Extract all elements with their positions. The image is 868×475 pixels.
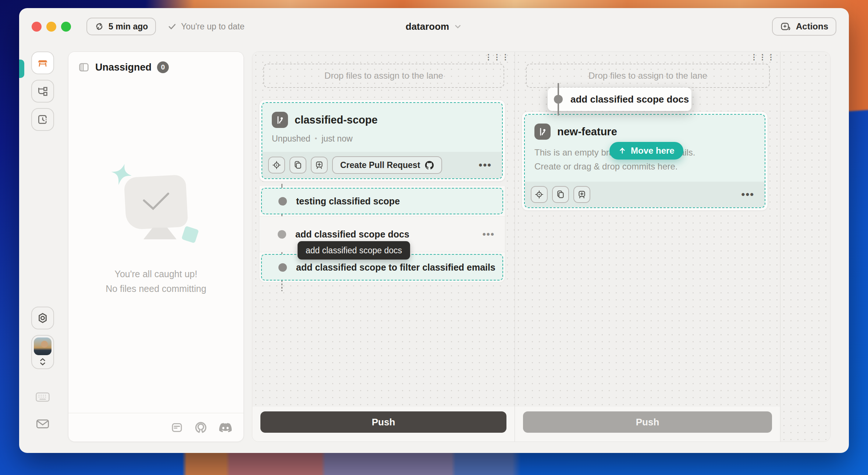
branch-menu-button[interactable]: ••• (479, 159, 496, 171)
split-view-icon (78, 61, 90, 73)
branch-action-bar: Create Pull Request ••• (262, 152, 502, 178)
drag-commit-dot (554, 95, 563, 104)
branch-menu-button[interactable]: ••• (741, 189, 759, 200)
copy-branch-button[interactable] (552, 186, 569, 203)
discord-icon[interactable] (218, 422, 232, 433)
unassigned-header: Unassigned 0 (68, 52, 243, 73)
branch-status: Unpushed (272, 134, 310, 144)
move-here-button[interactable]: Move here (609, 142, 683, 160)
user-pill (31, 335, 54, 369)
project-selector[interactable]: dataroom (406, 21, 462, 32)
lane-new-feature: ⋮⋮⋮ Drop files to assign to the lane add… (515, 52, 780, 442)
close-window-button[interactable] (32, 22, 42, 32)
create-pull-request-button[interactable]: Create Pull Request (332, 156, 442, 174)
keyboard-shortcuts-icon[interactable] (35, 392, 50, 403)
commit-line-dotted (281, 280, 282, 291)
gear-icon (37, 312, 49, 324)
up-to-date-status: You're up to date (168, 22, 244, 32)
lane1-drop-zone[interactable]: Drop files to assign to the lane (263, 64, 504, 88)
sync-time-label: 5 min ago (108, 22, 148, 32)
lane1-footer: Push (252, 407, 515, 442)
settings-button[interactable] (31, 307, 54, 329)
active-tab-indicator (19, 60, 24, 78)
open-source-icon[interactable] (194, 421, 207, 434)
copy-branch-button[interactable] (289, 157, 306, 174)
diamond-shape (181, 226, 199, 243)
lane-classified-scope: ⋮⋮⋮ Drop files to assign to the lane (252, 52, 515, 442)
app-window: 5 min ago You're up to date dataroom Act… (19, 8, 849, 453)
lane2-body: ⋮⋮⋮ Drop files to assign to the lane add… (515, 52, 780, 407)
sidebar-item-workspace[interactable] (31, 51, 54, 74)
sidebar-item-branches[interactable] (31, 80, 54, 103)
monitor-shape (124, 175, 188, 230)
branches-graph-icon (37, 85, 49, 97)
sync-icon (95, 22, 104, 31)
avatar[interactable] (34, 338, 51, 355)
project-name: dataroom (406, 21, 449, 32)
sync-button[interactable]: 5 min ago (86, 18, 156, 35)
changelog-icon[interactable] (171, 421, 183, 434)
push-button[interactable]: Push (260, 411, 506, 433)
history-clock-icon (37, 114, 49, 125)
lane-drag-handle[interactable]: ⋮⋮⋮ (750, 55, 776, 59)
commit-row[interactable]: testing classified scope (261, 188, 503, 214)
commit-menu-button[interactable]: ••• (483, 229, 495, 240)
empty-line2: No files need committing (106, 281, 206, 296)
add-dependent-branch-button[interactable] (573, 186, 590, 203)
unassigned-panel: Unassigned 0 You're all caught up! No fi… (68, 51, 244, 442)
minimize-window-button[interactable] (46, 22, 56, 32)
branch-card-new-feature[interactable]: new-feature This is an empty branch. Cli… (522, 111, 768, 211)
actions-button[interactable]: Actions (772, 17, 836, 36)
sidebar-item-history[interactable] (31, 108, 54, 131)
empty-state: You're all caught up! No files need comm… (68, 162, 243, 296)
focus-branch-button[interactable] (268, 157, 285, 174)
commit-list: testing classified scope add classified … (259, 186, 505, 283)
gitbutler-workbench-icon (36, 57, 49, 69)
drag-tooltip: add classified scope docs (298, 241, 410, 260)
github-icon (425, 161, 434, 170)
monitor-stand (143, 228, 177, 239)
workspace-empty-column (780, 52, 830, 442)
panel-footer (68, 413, 243, 442)
arrow-up-icon (618, 147, 626, 155)
dragged-commit-card[interactable]: add classified scope docs (548, 88, 691, 111)
branch-meta: Unpushed • just now (272, 134, 492, 144)
top-bar: 5 min ago You're up to date dataroom Act… (19, 8, 849, 45)
branch-icon (272, 112, 288, 128)
branch-header[interactable]: classified-scope Unpushed • just now (262, 103, 502, 152)
mail-icon[interactable] (36, 418, 50, 429)
left-sidebar (19, 45, 66, 453)
lane-drag-handle[interactable]: ⋮⋮⋮ (485, 55, 510, 59)
empty-line1: You're all caught up! (106, 267, 206, 281)
sparkle-icon (780, 21, 791, 32)
lane2-footer: Push (515, 407, 780, 442)
unassigned-count-badge: 0 (157, 61, 169, 73)
commit-dot (278, 263, 287, 272)
branch-name: new-feature (557, 126, 617, 138)
add-dependent-branch-button[interactable] (311, 157, 328, 174)
zoom-window-button[interactable] (61, 22, 71, 32)
chevron-down-icon (453, 22, 462, 31)
lane1-body: ⋮⋮⋮ Drop files to assign to the lane (252, 52, 515, 407)
push-button-disabled[interactable]: Push (523, 411, 772, 433)
branch-action-bar: ••• (525, 182, 765, 207)
lane2-drop-zone[interactable]: Drop files to assign to the lane (526, 64, 770, 88)
user-switcher-button[interactable] (39, 357, 47, 366)
commit-dot (278, 230, 286, 239)
branch-card-classified-scope[interactable]: classified-scope Unpushed • just now (259, 100, 505, 182)
workspace: ⋮⋮⋮ Drop files to assign to the lane (252, 51, 830, 442)
branch-time: just now (321, 134, 352, 144)
branch-icon (534, 124, 551, 140)
traffic-lights (32, 22, 71, 32)
commit-dot (278, 197, 287, 206)
check-icon (168, 22, 177, 31)
caught-up-illustration (108, 162, 204, 254)
wallpaper-bottom-streaks (0, 449, 868, 475)
focus-branch-button[interactable] (531, 186, 548, 203)
unassigned-title: Unassigned (95, 62, 152, 73)
branch-name: classified-scope (295, 114, 378, 126)
